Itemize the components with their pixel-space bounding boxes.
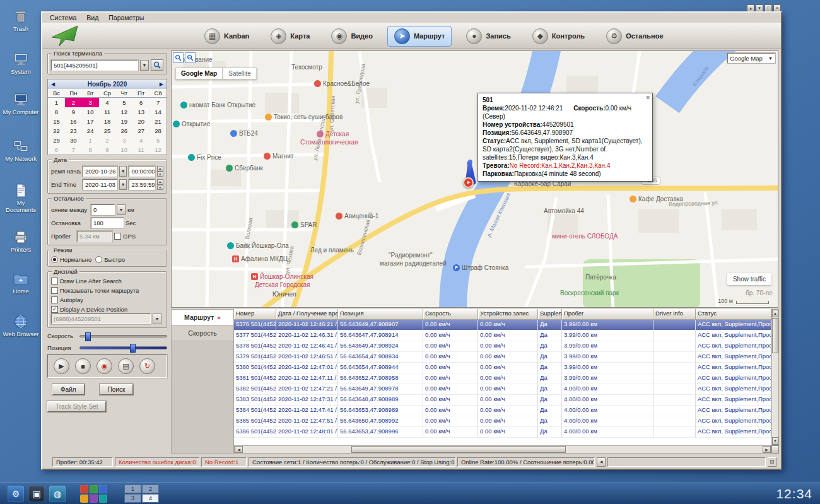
desktop-icon-system[interactable]: System <box>1 52 40 75</box>
pager-cell[interactable]: 1 <box>124 484 141 493</box>
map-zoom-reset-button[interactable] <box>185 52 196 63</box>
desktop-icon-trash[interactable]: Trash <box>1 9 40 32</box>
start-date-arrow-icon[interactable]: ▼ <box>119 166 127 177</box>
table-row[interactable]: 5382 501(4452 2020-11-02 12:47:21 / 20 5… <box>234 384 771 395</box>
pager-cell[interactable]: 4 <box>142 494 159 503</box>
terminal-search-button[interactable] <box>151 59 163 71</box>
calendar-day[interactable]: 27 <box>132 126 149 136</box>
calendar-day[interactable]: 17 <box>82 117 99 126</box>
desktop-icon-my-network[interactable]: My Network <box>1 139 40 162</box>
toolbar-button[interactable]: ➤ Маршрут <box>387 26 452 47</box>
calendar-day[interactable]: 14 <box>149 107 167 117</box>
table-row[interactable]: 5378 501(4452 2020-11-02 12:46:41 / 20 5… <box>234 341 771 352</box>
playback-button[interactable]: ◉ <box>97 358 112 374</box>
kmenu-icon[interactable]: ⚙ <box>8 486 24 502</box>
calendar-day[interactable]: 11 <box>99 107 116 117</box>
track-style-button[interactable]: Track Style Set <box>47 401 106 412</box>
desktop-icon-my-documents[interactable]: My Documents <box>1 183 40 213</box>
toolbar-button[interactable]: ● Запись <box>459 26 517 47</box>
terminal-icon[interactable]: ▣ <box>28 486 45 502</box>
file-button[interactable]: Файл <box>52 384 85 395</box>
distance-select-arrow-icon[interactable]: ▼ <box>117 204 126 215</box>
calendar-day[interactable]: 11 <box>132 145 149 155</box>
display-option[interactable]: Display A Device Position <box>51 306 163 313</box>
end-time-stepper[interactable]: ▲▼ <box>157 179 163 190</box>
calendar-day[interactable]: 19 <box>115 117 132 126</box>
calendar-day[interactable]: 3 <box>82 98 99 107</box>
display-option[interactable]: Показывать точки маршрута <box>51 287 163 294</box>
calendar-day[interactable]: 29 <box>48 136 65 145</box>
menu-item[interactable]: Вид <box>86 14 98 21</box>
scroll-left-icon[interactable]: ◀ <box>235 446 243 453</box>
playback-button[interactable]: ↻ <box>139 358 155 374</box>
calendar-day[interactable]: 20 <box>132 117 149 126</box>
calendar-day[interactable]: 4 <box>99 98 116 107</box>
speed-slider-thumb[interactable] <box>85 332 91 341</box>
start-date-field[interactable]: 2020-10-26 <box>83 166 117 177</box>
table-row[interactable]: 5376 501(4452 2020-11-02 12:46:21 / 20 5… <box>234 320 771 331</box>
table-tab[interactable]: Скорость » <box>172 325 233 341</box>
calendar-next-icon[interactable]: ▶ <box>160 81 163 87</box>
distance-select[interactable]: 0 <box>91 204 115 215</box>
toolbar-button[interactable]: ◆ Контроль <box>525 26 592 47</box>
calendar-day[interactable]: 3 <box>115 136 132 145</box>
toolbar-button[interactable]: ◈ Карта <box>264 26 317 47</box>
browser-launcher-icon[interactable]: ◍ <box>49 486 66 502</box>
toolbar-button[interactable]: ◉ Видео <box>324 26 380 47</box>
search-button[interactable]: Поиск <box>100 384 134 395</box>
calendar-day[interactable]: 8 <box>82 145 99 155</box>
calendar-day[interactable]: 2 <box>99 136 116 145</box>
playback-button[interactable]: ▶ <box>54 358 69 374</box>
status-collapse-icon[interactable]: ◀ <box>597 457 606 467</box>
calendar-day[interactable]: 18 <box>99 117 116 126</box>
map-type-tab[interactable]: Satellite <box>223 67 257 79</box>
display-option[interactable]: Draw Line After Search <box>51 278 163 284</box>
desktop-icon-home[interactable]: Home <box>1 271 40 295</box>
tray-icon-purple[interactable] <box>90 495 98 503</box>
tray-icon-teal[interactable] <box>99 495 107 503</box>
calendar-day[interactable]: 9 <box>99 145 116 155</box>
pager-cell[interactable]: 3 <box>124 494 141 503</box>
show-traffic-button[interactable]: Show traffic <box>727 273 771 285</box>
calendar-day[interactable]: 12 <box>115 107 132 117</box>
table-row[interactable]: 5386 501(4452 2020-11-02 12:48:01 / 20 5… <box>234 427 771 438</box>
scroll-down-icon[interactable]: ▼ <box>772 437 778 445</box>
tray-icon-green[interactable] <box>90 485 98 493</box>
calendar-day[interactable]: 8 <box>48 107 65 117</box>
horizontal-scroll-thumb[interactable] <box>351 446 566 453</box>
resize-grip-icon[interactable] <box>768 457 776 467</box>
toolbar-button[interactable]: ▦ Kanban <box>197 26 256 47</box>
table-row[interactable]: 5384 501(4452 2020-11-02 12:47:41 / 20 5… <box>234 406 771 416</box>
position-slider-thumb[interactable] <box>130 344 136 353</box>
calendar-prev-icon[interactable]: ◀ <box>51 81 55 87</box>
end-date-field[interactable]: 2020-11-03 <box>83 179 117 190</box>
calendar-day[interactable]: 9 <box>65 107 82 117</box>
map-type-tab[interactable]: Google Map <box>175 67 223 79</box>
display-option[interactable]: Autoplay <box>51 296 163 303</box>
map-area[interactable]: страхование Техосмотр Красное&Белое нком… <box>171 50 778 308</box>
calendar-day[interactable]: 2 <box>65 98 82 107</box>
tray-icon-red[interactable] <box>80 485 88 493</box>
table-row[interactable]: 5383 501(4452 2020-11-02 12:47:31 / 20 5… <box>234 395 771 406</box>
tray-icon-blue[interactable] <box>99 485 107 493</box>
calendar-day[interactable]: 15 <box>48 117 65 126</box>
map-zoom-select-button[interactable] <box>173 52 184 63</box>
scroll-right-icon[interactable]: ▶ <box>763 446 771 453</box>
mode-option[interactable]: Быстро <box>95 256 125 263</box>
start-time-stepper[interactable]: ▲▼ <box>157 166 163 177</box>
vertical-scroll-thumb[interactable] <box>772 318 778 353</box>
calendar-day[interactable]: 23 <box>65 126 82 136</box>
end-date-arrow-icon[interactable]: ▼ <box>119 179 127 190</box>
desktop-icon-printers[interactable]: Printers <box>1 230 40 253</box>
calendar-day[interactable]: 16 <box>65 117 82 126</box>
table-row[interactable]: 5379 501(4452 2020-11-02 12:46:51 / 20 5… <box>234 352 771 363</box>
calendar-day[interactable]: 10 <box>82 107 99 117</box>
tray-icon-orange[interactable] <box>80 495 88 503</box>
calendar-day[interactable]: 26 <box>115 126 132 136</box>
tooltip-close-icon[interactable]: ✕ <box>645 94 650 102</box>
calendar-day[interactable]: 5 <box>115 98 132 107</box>
calendar-day[interactable]: 6 <box>132 98 149 107</box>
map-provider-select[interactable]: Google Map▼ <box>727 53 775 63</box>
start-time-field[interactable]: 00:00:00 <box>129 166 155 177</box>
calendar-day[interactable]: 30 <box>65 136 82 145</box>
